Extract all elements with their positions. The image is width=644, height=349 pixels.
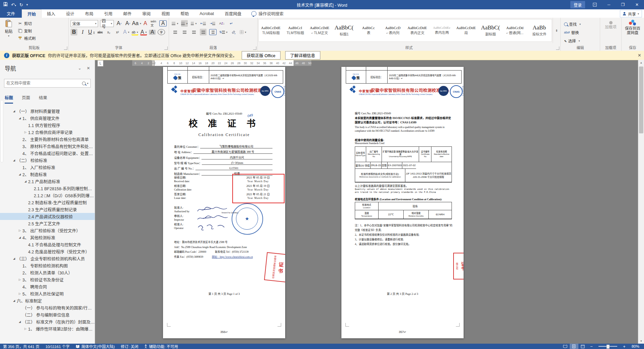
nav-tab[interactable]: 结果 xyxy=(39,94,47,104)
expand-toggle-icon[interactable]: ◢ xyxy=(23,180,28,183)
zoom-slider-thumb[interactable] xyxy=(607,345,610,349)
nav-heading-item[interactable]: ◢ （三） 企业专职检验检测机构和人员 xyxy=(0,255,95,262)
bold-button[interactable]: B xyxy=(71,29,77,35)
ribbon-tab[interactable]: 百度网盘 xyxy=(219,9,247,18)
text-effects-button[interactable]: A▾ xyxy=(123,29,130,35)
nav-heading-item[interactable]: （一） 参与与标的物有关的国家/行业标准制订... xyxy=(0,304,95,311)
nav-heading-item[interactable]: 1、 专职检验检测机构图 xyxy=(0,262,95,269)
style-item[interactable]: AaBbCcDdEe 表内左两 xyxy=(429,19,454,41)
nav-heading-item[interactable]: ▷ 1.2 合格供应商评审记录 xyxy=(0,129,95,136)
character-shading-button[interactable]: A xyxy=(149,30,156,35)
search-icon[interactable] xyxy=(82,82,86,85)
nav-heading-item[interactable]: 2.2 制造标准-生产过程质量控制 xyxy=(0,199,95,206)
ribbon-tab[interactable]: Acrobat xyxy=(194,9,219,18)
borders-icon[interactable]: ▾ xyxy=(240,29,246,35)
align-center-icon[interactable] xyxy=(181,29,188,35)
format-painter-button[interactable]: 格式刷 xyxy=(17,34,36,42)
expand-toggle-icon[interactable]: ◢ xyxy=(11,159,17,162)
tab-stop-selector[interactable]: L xyxy=(97,60,103,67)
style-item[interactable]: AaBbCcD ↵表内列 xyxy=(381,19,405,41)
learn-more-button[interactable]: 了解详细信息 xyxy=(285,51,320,60)
ribbon-tab[interactable]: 开始 xyxy=(22,9,42,18)
shrink-font-button[interactable]: A˅ xyxy=(125,20,131,27)
nav-heading-item[interactable]: 4、 不合格品或过程问题记录、处置及防止... xyxy=(0,150,95,157)
ribbon-tab[interactable]: 设计 xyxy=(61,9,80,18)
tell-me-search[interactable]: 操作说明搜索 xyxy=(247,9,288,18)
expand-toggle-icon[interactable]: ▷ xyxy=(17,278,22,281)
replace-button[interactable]: ab⇄替换 xyxy=(564,29,596,36)
style-item[interactable]: AaBbCcDdE 段 xyxy=(454,19,478,41)
nav-heading-item[interactable]: 4、 聘用合同 xyxy=(0,283,95,290)
nav-heading-item[interactable]: ▷ 5、 检测人员社保证明 xyxy=(0,290,95,297)
paragraph-dialog-launcher[interactable] xyxy=(253,46,256,50)
nav-heading-item[interactable]: 1.1 供方管控程序 xyxy=(0,122,95,129)
restore-button[interactable]: ❐ xyxy=(616,0,630,9)
customize-qat-icon[interactable]: ▾ xyxy=(26,3,28,6)
nav-heading-item[interactable]: ◢ （三） 标准文件（在执行的）封面及制定单位... xyxy=(0,318,95,325)
strikethrough-button[interactable]: abc xyxy=(97,29,103,35)
font-dialog-launcher[interactable] xyxy=(164,46,168,50)
nav-heading-item[interactable]: 2、 检测人员清单（30人） xyxy=(0,269,95,276)
style-item[interactable]: AaBbCcDdE ↵TLM正文 xyxy=(308,19,332,41)
nav-heading-item[interactable]: ▷ 3、 检验证书及身份证 xyxy=(0,276,95,283)
nav-heading-item[interactable]: 4.2 危废品管控程序（受控文件） xyxy=(0,248,95,255)
expand-toggle-icon[interactable]: ◢ xyxy=(17,173,22,176)
horizontal-ruler[interactable]: 642 246810121416182022242628303234363840… xyxy=(132,60,311,66)
expand-toggle-icon[interactable]: ◢ xyxy=(17,117,22,120)
word-count[interactable]: 10/11161 个字 xyxy=(43,344,73,349)
ribbon-tab[interactable]: 邮件 xyxy=(118,9,137,18)
nav-heading-item[interactable]: 2、 主要外购原材料合格分包商清单 xyxy=(0,136,95,143)
ribbon-tab[interactable]: 审阅 xyxy=(137,9,156,18)
distribute-icon[interactable] xyxy=(209,29,217,35)
nav-options-chevron-icon[interactable]: ⌄ xyxy=(78,66,81,71)
decrease-indent-icon[interactable]: ⇤ xyxy=(200,20,207,27)
expand-toggle-icon[interactable]: ◢ xyxy=(17,236,22,239)
close-button[interactable]: ✕ xyxy=(630,0,644,9)
styles-more-button[interactable]: ⇟ xyxy=(553,18,560,43)
document-page-1[interactable]: FEICE 飞 策 招标项目： 2025年二级物资集中采购A48大宗低压防爆电气… xyxy=(163,67,285,338)
share-button[interactable]: 共享 ▾ xyxy=(620,10,642,17)
ribbon-tab[interactable]: 视图 xyxy=(156,9,175,18)
nav-heading-item[interactable]: （二） 参与编制单位信息 xyxy=(0,311,95,318)
nav-tab[interactable]: 页面 xyxy=(22,94,30,104)
ribbon-tab[interactable]: 引用 xyxy=(99,9,118,18)
scroll-down-icon[interactable]: ▼ xyxy=(638,338,644,344)
nav-heading-item[interactable]: ◢ 2、 制造标准 xyxy=(0,171,95,178)
style-item[interactable]: AaBbCc 表 xyxy=(356,19,381,41)
select-button[interactable]: ⬉选择▾ xyxy=(564,37,596,44)
underline-button[interactable]: U▾ xyxy=(88,29,95,35)
ribbon-tab[interactable]: 帮助 xyxy=(175,9,194,18)
style-item[interactable]: AaBbCcDdE 表内正文 xyxy=(405,19,430,41)
superscript-button[interactable]: x² xyxy=(114,29,121,35)
accessibility-status[interactable]: 辅助功能: 不可用 xyxy=(141,344,181,349)
vertical-scrollbar[interactable]: ▲ ▼ xyxy=(638,60,644,344)
nav-close-icon[interactable]: ✕ xyxy=(87,66,90,71)
nav-heading-item[interactable]: ◢ 六、标准制定 xyxy=(0,297,95,304)
nav-heading-item[interactable]: 2.3 生产过程质量控制记录 xyxy=(0,206,95,213)
align-right-icon[interactable] xyxy=(190,29,197,35)
nav-heading-item[interactable]: ◢ （二） 检验标准 xyxy=(0,157,95,164)
nav-heading-item[interactable]: ▷ 3、 出厂检验标准（受控文件） xyxy=(0,227,95,234)
tab-file[interactable]: 文件 xyxy=(0,9,22,18)
nav-scrollbar[interactable] xyxy=(0,100,3,162)
character-border-button[interactable]: A xyxy=(159,20,167,26)
zoom-in-button[interactable]: + xyxy=(620,344,629,349)
style-item[interactable]: AaBbCcI TLM节标题 xyxy=(283,19,308,41)
styles-dialog-launcher[interactable] xyxy=(556,46,559,50)
nav-heading-item[interactable]: ◢ 4、 其他检测标准 xyxy=(0,234,95,241)
sort-icon[interactable]: AZ↓ xyxy=(219,20,225,27)
cut-button[interactable]: ✂剪切 xyxy=(17,20,36,27)
save-to-baidu-button[interactable]: 保存到百度网盘 xyxy=(622,18,644,35)
style-item[interactable]: AaBb 投标文件 xyxy=(527,19,552,41)
track-changes-status[interactable]: 修订: 关闭 xyxy=(118,344,141,349)
nav-heading-item[interactable]: 3、 原材料不合格品有控制文件和处理记录文件 xyxy=(0,143,95,150)
paste-button[interactable]: 粘贴 ▾ xyxy=(0,18,17,43)
zoom-out-button[interactable]: − xyxy=(587,344,596,349)
style-item[interactable]: AaBbCcDd ↵普通(网... xyxy=(503,19,527,41)
nav-tab[interactable]: 标题 xyxy=(5,94,13,104)
nav-heading-item[interactable]: 2.1.1 BF28158-系列防爆控制柱(操作... xyxy=(0,185,95,192)
style-item[interactable]: AaBbC( 副标题 xyxy=(478,19,503,41)
page-indicator[interactable]: 第 356 页，共 641 页 xyxy=(0,344,43,349)
nav-heading-item[interactable]: 2.5 生产工艺文件 xyxy=(0,220,95,227)
nav-search-box[interactable]: ▾ xyxy=(4,79,91,88)
